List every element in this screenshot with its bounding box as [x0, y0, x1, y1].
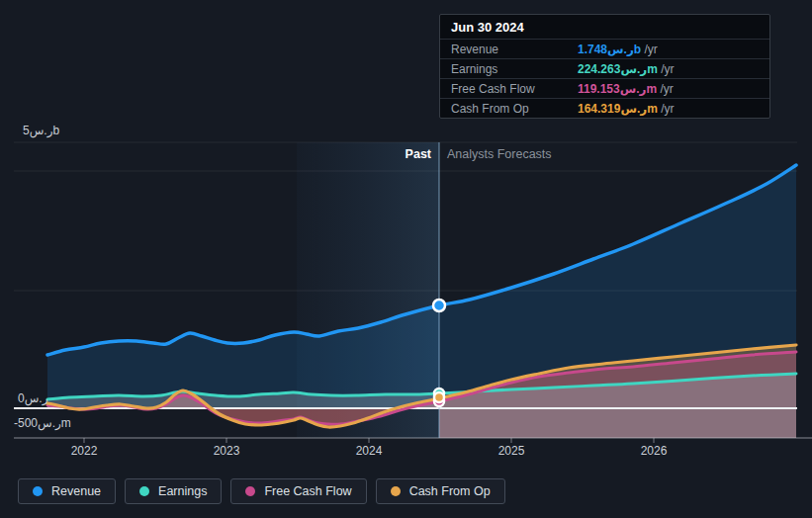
x-axis-label-2026: 2026 — [624, 444, 683, 458]
legend-color-dot — [139, 486, 149, 496]
tooltip-row-cash-from-op: Cash From Op164.319ر.سm /yr — [440, 98, 769, 118]
tooltip-series-label: Free Cash Flow — [451, 82, 578, 96]
legend-label: Cash From Op — [409, 484, 491, 498]
legend-label: Free Cash Flow — [264, 484, 351, 498]
x-axis-label-2025: 2025 — [482, 444, 541, 458]
tooltip-series-value: 119.153ر.سm /yr — [578, 82, 759, 96]
tooltip-row-revenue: Revenue1.748ر.سb /yr — [440, 39, 769, 58]
legend-toggle-cash-from-op[interactable]: Cash From Op — [376, 478, 505, 504]
legend-label: Revenue — [51, 484, 101, 498]
chart-legend: RevenueEarningsFree Cash FlowCash From O… — [18, 478, 505, 504]
x-axis-label-2024: 2024 — [339, 444, 399, 458]
tooltip-series-value: 164.319ر.سm /yr — [578, 102, 759, 116]
tooltip-series-label: Earnings — [451, 62, 578, 76]
hover-tooltip: Jun 30 2024 Revenue1.748ر.سb /yrEarnings… — [439, 14, 770, 119]
legend-color-dot — [33, 486, 43, 496]
legend-toggle-earnings[interactable]: Earnings — [125, 478, 222, 504]
tooltip-row-free-cash-flow: Free Cash Flow119.153ر.سm /yr — [440, 78, 769, 98]
growth-forecast-chart: 5ر.سb 0ر.س -500ر.سm Past Analysts Foreca… — [0, 0, 812, 518]
tooltip-series-label: Revenue — [451, 43, 578, 56]
x-axis-label-2022: 2022 — [54, 444, 114, 458]
y-axis-label-zero: 0ر.س — [18, 391, 47, 405]
legend-toggle-revenue[interactable]: Revenue — [18, 478, 116, 504]
legend-color-dot — [391, 486, 401, 496]
legend-toggle-free-cash-flow[interactable]: Free Cash Flow — [230, 478, 366, 504]
hover-marker-revenue[interactable] — [433, 300, 445, 311]
past-section-label: Past — [326, 147, 431, 162]
forecast-section-label: Analysts Forecasts — [447, 147, 552, 162]
tooltip-series-value: 1.748ر.سb /yr — [578, 43, 759, 56]
tooltip-series-value: 224.263ر.سm /yr — [578, 62, 759, 76]
legend-color-dot — [245, 486, 255, 496]
x-axis-label-2023: 2023 — [197, 444, 256, 458]
hover-marker-cash-from-op[interactable] — [434, 392, 444, 402]
tooltip-series-label: Cash From Op — [451, 102, 578, 116]
legend-label: Earnings — [158, 484, 207, 498]
y-axis-label-neg500m: -500ر.سm — [14, 416, 71, 430]
y-axis-label-5b: 5ر.سb — [23, 124, 59, 137]
tooltip-date: Jun 30 2024 — [440, 15, 769, 39]
tooltip-row-earnings: Earnings224.263ر.سm /yr — [440, 58, 769, 78]
